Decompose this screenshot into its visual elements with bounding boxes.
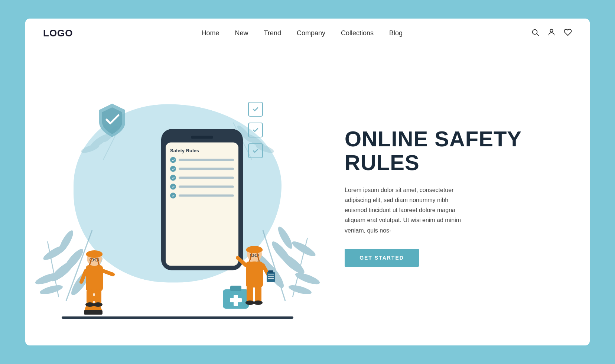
hero-title: ONLINE SAFETY RULES [345, 127, 560, 175]
shield-icon [95, 102, 129, 139]
hero-title-line2: RULES [345, 150, 420, 175]
svg-point-20 [288, 283, 312, 296]
worker-left-figure [74, 235, 115, 310]
nav-links: Home New Trend Company Collections Blog [202, 29, 403, 37]
svg-rect-60 [268, 270, 273, 273]
user-icon[interactable] [547, 28, 556, 39]
heart-icon[interactable] [564, 28, 572, 39]
phone-device: Safety Rules [161, 129, 243, 270]
svg-rect-65 [255, 286, 261, 302]
float-check-2 [248, 123, 263, 137]
nav-home[interactable]: Home [202, 29, 219, 37]
checklist-item-5 [170, 193, 234, 199]
svg-rect-47 [84, 310, 102, 315]
float-check-3 [248, 143, 263, 158]
search-icon[interactable] [531, 28, 539, 39]
checklist-item-4 [170, 184, 234, 190]
svg-point-43 [94, 302, 102, 307]
checklist-item-2 [170, 166, 234, 172]
float-check-1 [248, 102, 263, 117]
nav-trend[interactable]: Trend [264, 29, 281, 37]
svg-line-57 [238, 258, 246, 265]
nav-company[interactable]: Company [297, 29, 325, 37]
nav-collections[interactable]: Collections [341, 29, 374, 37]
svg-rect-53 [246, 248, 263, 252]
hero-text-area: ONLINE SAFETY RULES Lorem ipsum dolor si… [330, 48, 590, 345]
svg-line-38 [103, 271, 113, 274]
svg-rect-59 [267, 272, 275, 282]
checklist-item-1 [170, 157, 234, 163]
get-started-button[interactable]: GET STARTED [345, 249, 419, 267]
hero-title-line1: ONLINE SAFETY [345, 127, 522, 151]
hero-body-text: Lorem ipsum dolor sit amet, consectetuer… [345, 185, 463, 235]
svg-point-25 [80, 143, 100, 155]
phone-screen: Safety Rules [166, 143, 238, 266]
main-content: Safety Rules [25, 48, 590, 345]
main-card: LOGO Home New Trend Company Collections … [25, 19, 590, 345]
svg-point-67 [254, 300, 263, 305]
navbar: LOGO Home New Trend Company Collections … [25, 19, 590, 48]
illustration-area: Safety Rules [25, 48, 330, 345]
worker-right-figure [234, 232, 275, 310]
nav-new[interactable]: New [235, 29, 248, 37]
phone-notch [191, 136, 213, 139]
nav-icon-group [531, 28, 572, 39]
svg-rect-64 [247, 286, 253, 302]
checklist-item-3 [170, 175, 234, 181]
svg-point-66 [245, 300, 254, 305]
svg-rect-50 [246, 261, 263, 287]
svg-line-39 [81, 271, 86, 282]
svg-rect-34 [86, 253, 102, 256]
svg-point-10 [39, 283, 64, 296]
svg-rect-31 [86, 265, 103, 291]
svg-point-15 [290, 239, 317, 259]
nav-blog[interactable]: Blog [389, 29, 403, 37]
svg-point-42 [85, 302, 94, 307]
ground-line [62, 316, 293, 319]
svg-point-2 [550, 29, 553, 32]
floating-checkboxes [248, 102, 263, 158]
svg-rect-40 [87, 289, 93, 304]
phone-screen-title: Safety Rules [170, 148, 234, 153]
logo: LOGO [43, 27, 73, 39]
svg-rect-41 [95, 289, 101, 304]
svg-line-1 [537, 34, 538, 36]
svg-point-8 [56, 229, 75, 254]
svg-point-17 [294, 271, 321, 287]
